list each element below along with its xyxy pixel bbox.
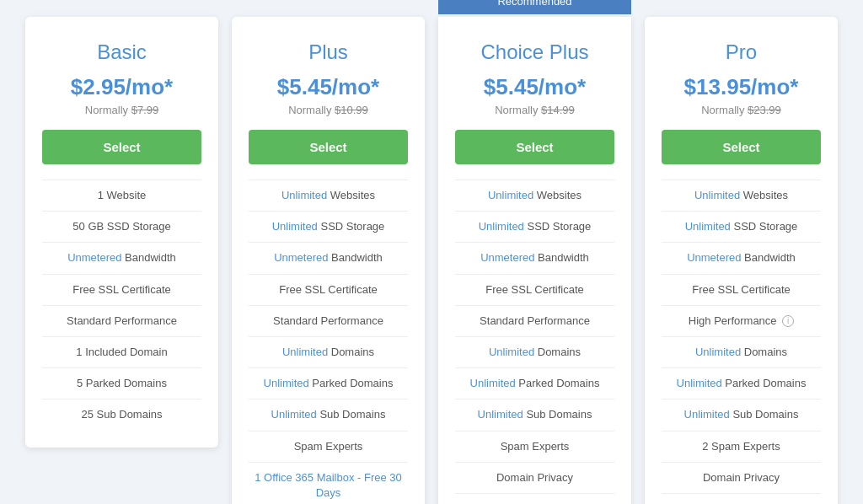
feature-item: Unlimited SSD Storage: [662, 212, 821, 243]
highlight-text: Unlimited: [695, 346, 741, 358]
plan-name: Choice Plus: [455, 40, 614, 64]
feature-item: 1 Website: [42, 180, 201, 212]
info-icon[interactable]: i: [782, 315, 794, 327]
feature-item: Unlimited Parked Domains: [455, 368, 614, 399]
highlight-text: Unmetered: [274, 251, 328, 264]
plan-price: $5.45/mo*: [455, 74, 614, 100]
feature-item: 50 GB SSD Storage: [42, 212, 201, 243]
feature-item: Free SSL Certificate: [455, 275, 614, 306]
plan-original-price: Normally $10.99: [249, 104, 408, 116]
select-button[interactable]: Select: [42, 130, 201, 164]
feature-item: Spam Experts: [455, 432, 614, 463]
feature-item: Standard Performance: [455, 306, 614, 337]
feature-item: Unlimited Sub Domains: [662, 399, 821, 431]
plan-name: Plus: [249, 40, 408, 64]
recommended-badge: Recommended: [438, 0, 631, 14]
feature-item: Unlimited Sub Domains: [249, 399, 408, 431]
feature-item: Unlimited SSD Storage: [249, 212, 408, 243]
features-list: Unlimited WebsitesUnlimited SSD StorageU…: [662, 180, 821, 504]
highlight-text: Unlimited: [694, 189, 740, 201]
feature-item: Standard Performance: [42, 306, 201, 337]
highlight-text: Unlimited: [489, 346, 534, 358]
highlight-text: Unmetered: [67, 251, 121, 264]
select-button[interactable]: Select: [662, 130, 821, 164]
plan-original-price: Normally $23.99: [662, 104, 821, 116]
feature-item: 25 Sub Domains: [42, 399, 201, 430]
highlight-text: Unlimited: [684, 408, 730, 421]
feature-item: Unlimited Sub Domains: [455, 399, 614, 431]
highlight-text: Unlimited: [271, 408, 317, 421]
plan-price: $5.45/mo*: [249, 74, 408, 100]
feature-item: Unlimited Parked Domains: [662, 368, 821, 399]
feature-item: Spam Experts: [249, 432, 408, 463]
feature-item: Unlimited Domains: [455, 337, 614, 368]
feature-item: Standard Performance: [249, 306, 408, 337]
highlight-text: Unmetered: [687, 251, 741, 264]
office365-link[interactable]: 1 Office 365 Mailbox - Free 30 Days: [255, 471, 402, 499]
feature-item: Site Backup - CodeGuard Basic: [662, 494, 821, 504]
feature-item: High Performance i: [662, 306, 821, 337]
features-list: 1 Website50 GB SSD StorageUnmetered Band…: [42, 180, 201, 431]
pricing-container: Basic $2.95/mo* Normally $7.99 Select 1 …: [19, 17, 844, 504]
select-button[interactable]: Select: [455, 130, 614, 164]
feature-item: Free SSL Certificate: [662, 275, 821, 306]
highlight-text: Unlimited: [272, 220, 318, 233]
feature-item: Unlimited SSD Storage: [455, 212, 614, 243]
feature-item: Domain Privacy: [662, 463, 821, 494]
plan-price: $13.95/mo*: [662, 74, 821, 100]
highlight-text: Unlimited: [488, 189, 533, 201]
feature-item: Unlimited Domains: [662, 337, 821, 368]
features-list: Unlimited WebsitesUnlimited SSD StorageU…: [455, 180, 614, 504]
plan-original-price: Normally $14.99: [455, 104, 614, 116]
feature-item: Domain Privacy: [455, 463, 614, 494]
plan-name: Basic: [42, 40, 201, 64]
plan-original-price: Normally $7.99: [42, 104, 201, 116]
feature-item: Unlimited Domains: [249, 337, 408, 368]
feature-item: Site Backup - CodeGuard Basic: [455, 494, 614, 504]
highlight-text: Unlimited: [478, 408, 523, 421]
highlight-text: Unlimited: [685, 220, 731, 233]
feature-item: 5 Parked Domains: [42, 368, 201, 399]
highlight-text: Unmetered: [480, 251, 534, 264]
feature-item: 1 Office 365 Mailbox - Free 30 Days: [249, 463, 408, 504]
feature-item: Unmetered Bandwidth: [42, 243, 201, 274]
highlight-text: Unlimited: [281, 189, 327, 201]
feature-item: Unmetered Bandwidth: [249, 243, 408, 274]
plan-card-pro: Pro $13.95/mo* Normally $23.99 Select Un…: [645, 17, 838, 504]
feature-item: Free SSL Certificate: [249, 275, 408, 306]
feature-item: Unmetered Bandwidth: [455, 243, 614, 274]
feature-item: Unlimited Websites: [249, 180, 408, 212]
feature-item: Unlimited Websites: [455, 180, 614, 212]
feature-item: Unlimited Parked Domains: [249, 368, 408, 399]
highlight-text: Unlimited: [479, 220, 524, 233]
plan-name: Pro: [662, 40, 821, 64]
features-list: Unlimited WebsitesUnlimited SSD StorageU…: [249, 180, 408, 504]
plan-price: $2.95/mo*: [42, 74, 201, 100]
feature-item: Unmetered Bandwidth: [662, 243, 821, 274]
select-button[interactable]: Select: [249, 130, 408, 164]
highlight-text: Unlimited: [677, 377, 722, 389]
plan-card-basic: Basic $2.95/mo* Normally $7.99 Select 1 …: [25, 17, 218, 448]
highlight-text: Unlimited: [470, 377, 516, 389]
feature-item: Free SSL Certificate: [42, 275, 201, 306]
feature-item: Unlimited Websites: [662, 180, 821, 212]
plan-card-plus: Plus $5.45/mo* Normally $10.99 Select Un…: [232, 17, 425, 504]
highlight-text: Unlimited: [264, 377, 309, 389]
plan-card-choice-plus: Recommended Choice Plus $5.45/mo* Normal…: [438, 17, 631, 504]
highlight-text: Unlimited: [282, 346, 328, 358]
feature-item: 1 Included Domain: [42, 337, 201, 368]
feature-item: 2 Spam Experts: [662, 432, 821, 463]
